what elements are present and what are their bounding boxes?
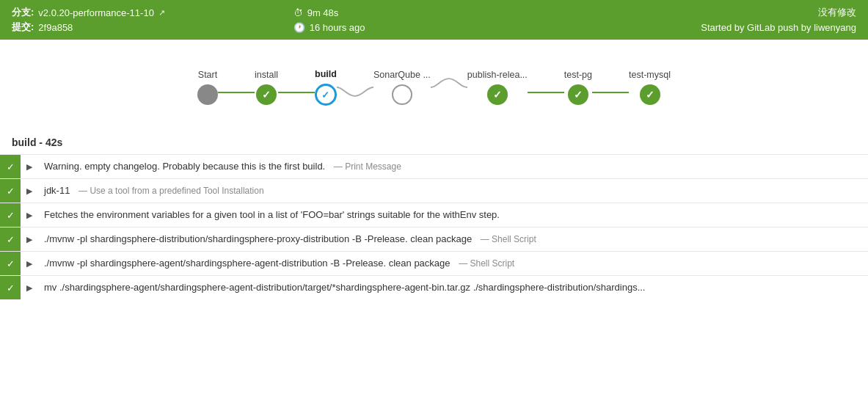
log-content-2: jdk-11 — Use a tool from a predefined To…	[38, 180, 868, 202]
branch-label: 分支:	[12, 6, 34, 19]
log-expand-6[interactable]: ▶	[21, 283, 38, 293]
log-row-3: ✓ ▶ Fetches the environment variables fo…	[0, 203, 868, 227]
log-expand-2[interactable]: ▶	[21, 186, 38, 196]
log-status-2: ✓	[0, 179, 21, 203]
wavy-connector-2	[431, 77, 467, 98]
pipeline-area: Start install ✓ build ✓	[0, 40, 868, 128]
connector-1	[218, 92, 255, 93]
build-section: build - 42s ✓ ▶ Warning. empty changelog…	[0, 128, 868, 299]
log-text-3: Fetches the environment variables for a …	[44, 209, 500, 220]
stage-install[interactable]: install ✓	[255, 70, 278, 105]
time-value: 16 hours ago	[310, 22, 365, 33]
test-pg-check-icon: ✓	[574, 89, 583, 101]
stages-row: Start install ✓ build ✓	[197, 69, 671, 106]
log-status-5: ✓	[0, 252, 21, 275]
publish-check-icon: ✓	[493, 89, 502, 101]
timer-icon: ⏱	[293, 7, 303, 18]
stage-start-label: Start	[198, 70, 217, 80]
install-check-icon: ✓	[262, 89, 271, 101]
stage-start[interactable]: Start	[197, 70, 218, 105]
log-expand-5[interactable]: ▶	[21, 259, 38, 269]
build-title: build - 42s	[0, 128, 868, 154]
commit-value: 2f9a858	[38, 22, 73, 33]
stage-publish[interactable]: publish-relea... ✓	[467, 70, 528, 105]
stage-sonarqube[interactable]: SonarQube ...	[373, 70, 431, 105]
connector-2	[278, 92, 315, 93]
commit-row: 提交: 2f9a858	[12, 21, 293, 34]
log-row-4: ✓ ▶ ./mvnw -pl shardingsphere-distributi…	[0, 227, 868, 251]
duration-row: ⏱ 9m 48s	[293, 6, 575, 19]
stage-test-pg-label: test-pg	[564, 70, 592, 80]
header-bar: 分支: v2.0.20-performance-11-10 ↗ ⏱ 9m 48s…	[0, 0, 868, 40]
log-row-5: ✓ ▶ ./mvnw -pl shardingsphere-agent/shar…	[0, 251, 868, 275]
build-active-icon: ✓	[321, 90, 329, 101]
log-row: ✓ ▶ Warning. empty changelog. Probably b…	[0, 154, 868, 178]
stage-build[interactable]: build ✓	[315, 69, 337, 106]
stage-test-mysql-label: test-mysql	[629, 70, 671, 80]
log-expand-3[interactable]: ▶	[21, 211, 38, 220]
branch-row: 分支: v2.0.20-performance-11-10 ↗	[12, 6, 293, 19]
log-text-6: mv ./shardingsphere-agent/shardingsphere…	[44, 282, 645, 293]
stage-build-node: ✓	[315, 84, 337, 106]
log-text-2: jdk-11	[44, 185, 70, 196]
log-row-6: ✓ ▶ mv ./shardingsphere-agent/shardingsp…	[0, 275, 868, 299]
log-content-5: ./mvnw -pl shardingsphere-agent/sharding…	[38, 252, 868, 274]
external-link-icon[interactable]: ↗	[158, 8, 165, 18]
log-tag-2: — Use a tool from a predefined Tool Inst…	[79, 186, 264, 196]
connector-4	[592, 92, 629, 93]
log-text-1: Warning. empty changelog. Probably becau…	[44, 161, 325, 172]
log-content-3: Fetches the environment variables for a …	[38, 204, 868, 226]
no-changes-row: 没有修改	[575, 6, 856, 19]
log-content-6: mv ./shardingsphere-agent/shardingsphere…	[38, 277, 868, 299]
log-content-1: Warning. empty changelog. Probably becau…	[38, 156, 868, 178]
stage-install-label: install	[255, 70, 278, 80]
log-tag-4: — Shell Script	[481, 234, 536, 244]
stage-sonarqube-node	[392, 84, 412, 105]
log-status-3: ✓	[0, 203, 21, 227]
stage-sonarqube-label: SonarQube ...	[373, 70, 431, 80]
stage-test-mysql-node: ✓	[640, 84, 660, 105]
no-changes-text: 没有修改	[818, 6, 856, 19]
stage-publish-node: ✓	[487, 84, 508, 105]
log-text-5: ./mvnw -pl shardingsphere-agent/sharding…	[44, 258, 451, 269]
stage-publish-label: publish-relea...	[467, 70, 528, 80]
commit-label: 提交:	[12, 21, 34, 34]
clock-icon: 🕐	[293, 22, 305, 33]
stage-test-pg-node: ✓	[568, 84, 588, 105]
log-status-6: ✓	[0, 276, 21, 299]
time-row: 🕐 16 hours ago	[293, 21, 575, 34]
log-expand-4[interactable]: ▶	[21, 235, 38, 244]
connector-3	[528, 92, 564, 93]
log-status-4: ✓	[0, 227, 21, 251]
wavy-connector	[337, 77, 373, 98]
started-by-text: Started by GitLab push by liwenyang	[701, 22, 856, 33]
log-tag-1: — Print Message	[334, 161, 401, 172]
log-tag-5: — Shell Script	[459, 258, 514, 269]
stage-test-mysql[interactable]: test-mysql ✓	[629, 70, 671, 105]
stage-start-node	[197, 84, 218, 105]
stage-test-pg[interactable]: test-pg ✓	[564, 70, 592, 105]
duration-value: 9m 48s	[307, 7, 339, 18]
stage-build-label: build	[315, 69, 337, 79]
log-content-4: ./mvnw -pl shardingsphere-distribution/s…	[38, 228, 868, 250]
pipeline-wrapper: Start install ✓ build ✓	[197, 69, 671, 106]
log-expand-1[interactable]: ▶	[21, 162, 38, 172]
log-row-2: ✓ ▶ jdk-11 — Use a tool from a predefine…	[0, 178, 868, 203]
branch-value: v2.0.20-performance-11-10	[38, 7, 154, 18]
log-text-4: ./mvnw -pl shardingsphere-distribution/s…	[44, 233, 472, 244]
log-status-1: ✓	[0, 155, 21, 178]
started-by-row: Started by GitLab push by liwenyang	[575, 21, 856, 34]
test-mysql-check-icon: ✓	[646, 89, 654, 101]
stage-install-node: ✓	[256, 84, 277, 105]
